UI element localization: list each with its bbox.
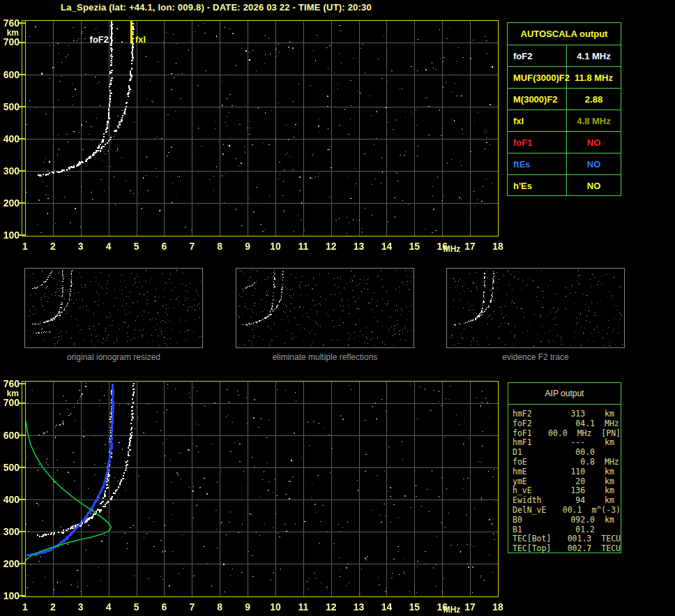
row-unit: km: [595, 410, 614, 419]
row-label: B1: [513, 525, 567, 535]
row-unit: TECU: [591, 544, 621, 554]
row-value: 136: [567, 486, 595, 496]
row-value: NO: [567, 132, 621, 153]
row-unit: km: [595, 467, 614, 477]
row-label: TEC[Top]: [513, 544, 565, 554]
row-label: M(3000)F2: [508, 89, 567, 110]
table-row: M(3000)F22.88: [508, 88, 621, 110]
table-row: hmF2313 km: [513, 410, 621, 419]
aip-table: AIP output hmF2313 kmfoF204.1MHzfoF100.0…: [508, 382, 621, 553]
row-unit: [595, 448, 605, 458]
table-row: DelN_vE00.1m^(-3): [513, 506, 621, 516]
table-row: foF24.1 MHz: [508, 45, 621, 66]
row-value: 110: [567, 467, 595, 477]
row-value: 4.8 MHz: [567, 110, 621, 131]
row-value: 0.8: [567, 458, 595, 467]
row-label: ftEs: [508, 153, 567, 174]
table-row: ftEsNO: [508, 153, 621, 174]
row-unit: TECU: [591, 534, 621, 544]
row-label: foF1: [508, 132, 567, 153]
thumbnail-eliminate-reflections: [236, 268, 414, 348]
autoscala-screen: { "header": { "title": "La_Spezia (lat: …: [0, 0, 675, 616]
row-label: foF2: [513, 419, 567, 429]
row-label: foF2: [508, 45, 567, 66]
aip-table-rows: hmF2313 kmfoF204.1MHzfoF100.0MHz [PN]hmF…: [508, 405, 621, 554]
row-unit: [595, 525, 605, 535]
table-row: foF1NO: [508, 131, 621, 153]
thumbnail-caption-eliminate: eliminate multiple reflections: [236, 352, 414, 362]
row-label: hmF2: [513, 410, 567, 419]
row-value: 00.0: [548, 429, 568, 439]
row-label: hmE: [513, 467, 567, 477]
table-row: B101.2: [513, 525, 621, 535]
row-value: 11.8 MHz: [567, 67, 621, 88]
table-row: ymE20 km: [513, 477, 621, 487]
row-value: 001.3: [565, 534, 591, 544]
table-row: MUF(3000)F211.8 MHz: [508, 66, 621, 88]
row-label: ymE: [513, 477, 567, 487]
thumbnail-original-ionogram: [24, 268, 203, 348]
table-row: Ewidth94 km: [513, 496, 621, 506]
row-unit: MHz: [595, 419, 619, 429]
table-row: hmE110 km: [513, 467, 621, 477]
row-value: 313: [567, 410, 595, 419]
row-value: ---: [567, 438, 595, 448]
row-label: hmF1: [513, 438, 567, 448]
row-value: NO: [567, 153, 621, 174]
row-unit: m^(-3): [582, 506, 621, 516]
row-unit: km: [595, 477, 614, 487]
row-label: Ewidth: [513, 496, 567, 506]
row-value: 94: [567, 496, 595, 506]
row-label: foE: [513, 458, 567, 467]
table-row: foE0.8MHz: [513, 458, 621, 467]
table-row: B0092.0km: [513, 516, 621, 525]
row-label: TEC[Bot]: [513, 534, 565, 544]
row-value: 04.1: [567, 419, 595, 429]
row-value: 00.1: [559, 506, 582, 516]
table-row: hmF1--- km: [513, 438, 621, 448]
row-unit: km: [595, 438, 614, 448]
thumbnail-caption-original: original ionogram resized: [24, 352, 203, 362]
table-row: h'EsNO: [508, 174, 621, 196]
row-unit: km: [595, 486, 614, 496]
table-row: foF204.1MHz: [513, 419, 621, 429]
table-row: D100.0: [513, 448, 621, 458]
row-value: 20: [567, 477, 595, 487]
row-unit: MHz [PN]: [568, 429, 621, 439]
row-value: NO: [567, 175, 621, 196]
row-label: B0: [513, 516, 567, 525]
row-label: h_vE: [513, 486, 567, 496]
row-value: 01.2: [567, 525, 595, 535]
table-row: TEC[Bot]001.3TECU: [513, 534, 621, 544]
thumbnail-caption-evidence: evidence F2 trace: [446, 352, 625, 362]
top-ionogram-chart: [0, 17, 509, 262]
row-label: h'Es: [508, 175, 567, 196]
table-row: fxI4.8 MHz: [508, 110, 621, 131]
table-row: h_vE136 km: [513, 486, 621, 496]
autoscala-table-rows: foF24.1 MHzMUF(3000)F211.8 MHzM(3000)F22…: [508, 45, 621, 196]
row-label: DelN_vE: [513, 506, 559, 516]
autoscala-table: AUTOSCALA output foF24.1 MHzMUF(3000)F21…: [507, 22, 621, 196]
table-row: TEC[Top]002.7TECU: [513, 544, 621, 554]
row-unit: km: [595, 516, 614, 525]
row-value: 092.0: [567, 516, 595, 525]
aip-table-title: AIP output: [508, 383, 621, 405]
row-unit: MHz: [595, 458, 619, 467]
row-value: 2.88: [567, 89, 621, 110]
table-row: foF100.0MHz [PN]: [513, 429, 621, 439]
autoscala-table-title: AUTOSCALA output: [508, 23, 621, 45]
row-value: 002.7: [565, 544, 591, 554]
row-value: 00.0: [567, 448, 595, 458]
row-label: D1: [513, 448, 567, 458]
row-label: foF1: [513, 429, 548, 439]
row-unit: km: [595, 496, 614, 506]
bottom-ionogram-chart: [0, 378, 509, 616]
thumbnail-evidence-f2-trace: [446, 268, 625, 348]
row-label: fxI: [508, 110, 567, 131]
row-value: 4.1 MHz: [567, 45, 621, 66]
page-title: La_Spezia (lat: +44.1, lon: 009.8) - DAT…: [0, 2, 432, 13]
row-label: MUF(3000)F2: [508, 67, 567, 88]
